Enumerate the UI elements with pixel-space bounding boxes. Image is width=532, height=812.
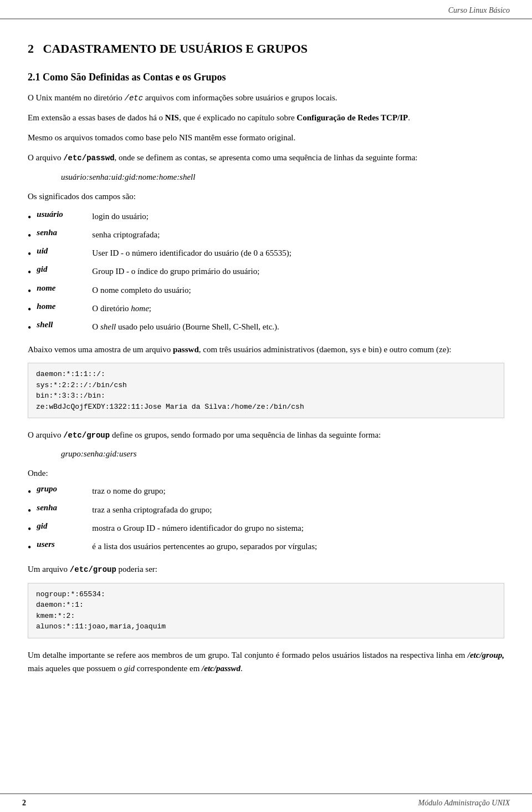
list-item: • users é a lista dos usuários pertencen… xyxy=(28,540,504,555)
list-item: • gid Group ID - o índice do grupo primá… xyxy=(28,265,504,280)
bullet-dot: • xyxy=(28,541,31,555)
para-passwd-intro: O arquivo /etc/passwd, onde se definem a… xyxy=(28,151,504,164)
group-fields-list: • grupo traz o nome do grupo; • senha tr… xyxy=(28,484,504,555)
field-shell: shell O shell usado pelo usuário (Bourne… xyxy=(37,320,504,333)
list-item: • usuário login do usuário; xyxy=(28,210,504,225)
list-item: • shell O shell usado pelo usuário (Bour… xyxy=(28,320,504,335)
etc-group-ref: /etc/group xyxy=(63,431,110,440)
etc-passwd-ref: /etc/passwd xyxy=(63,154,114,163)
field-usuario: usuário login do usuário; xyxy=(37,210,504,223)
formula-group: grupo:senha:gid:users xyxy=(61,449,504,459)
section-2-1-heading: 2.1 Como São Definidas as Contas e os Gr… xyxy=(28,72,504,83)
field-uid: uid User ID - o número identificador do … xyxy=(37,246,504,260)
redes-bold: Configuração de Redes TCP/IP xyxy=(296,113,408,122)
bullet-dot: • xyxy=(28,247,31,261)
list-item: • uid User ID - o número identificador d… xyxy=(28,246,504,261)
etc-ref-1: /etc xyxy=(125,94,144,103)
gfield-users: users é a lista dos usuários pertencente… xyxy=(37,540,504,553)
bullet-dot: • xyxy=(28,229,31,243)
field-home: home O diretório home; xyxy=(37,302,504,315)
etc-group-bold: /etc/group xyxy=(70,565,116,574)
list-item: • senha traz a senha criptografada do gr… xyxy=(28,503,504,518)
list-item: • senha senha criptografada; xyxy=(28,228,504,243)
formula-passwd: usuário:senha:uid:gid:nome:home:shell xyxy=(61,172,504,182)
para-unix-dir: O Unix mantém no diretório /etc arquivos… xyxy=(28,91,504,104)
field-senha: senha senha criptografada; xyxy=(37,228,504,241)
bullet-dot: • xyxy=(28,504,31,518)
gfield-grupo: grupo traz o nome do grupo; xyxy=(37,484,504,498)
field-nome: nome O nome completo do usuário; xyxy=(37,283,504,297)
footer-page-number: 2 xyxy=(22,799,26,808)
bullet-dot: • xyxy=(28,485,31,499)
gfield-gid: gid mostra o Group ID - número identific… xyxy=(37,521,504,535)
page-footer: 2 Módulo Administração UNIX xyxy=(0,793,532,812)
para-nis: Em extensão a essas bases de dados há o … xyxy=(28,111,504,124)
gfield-senha: senha traz a senha criptografada do grup… xyxy=(37,503,504,516)
chapter-number: 2 xyxy=(28,42,34,55)
chapter-title: CADASTRAMENTO DE USUÁRIOS E GRUPOS xyxy=(43,42,308,55)
para-group-intro: O arquivo /etc/group define os grupos, s… xyxy=(28,428,504,441)
page-header: Curso Linux Básico xyxy=(0,0,532,19)
para-passwd-sample: Abaixo vemos uma amostra de um arquivo p… xyxy=(28,343,504,356)
list-item: • home O diretório home; xyxy=(28,302,504,317)
footer-module: Módulo Administração UNIX xyxy=(418,799,510,808)
onde-label: Onde: xyxy=(28,466,504,480)
list-item: • grupo traz o nome do grupo; xyxy=(28,484,504,499)
bullet-dot: • xyxy=(28,321,31,335)
passwd-fields-list: • usuário login do usuário; • senha senh… xyxy=(28,210,504,335)
fields-heading: Os significados dos campos são: xyxy=(28,190,504,203)
bullet-dot: • xyxy=(28,522,31,536)
page: Curso Linux Básico 2 CADASTRAMENTO DE US… xyxy=(0,0,532,812)
chapter-heading: 2 CADASTRAMENTO DE USUÁRIOS E GRUPOS xyxy=(28,42,504,56)
list-item: • nome O nome completo do usuário; xyxy=(28,283,504,298)
header-title: Curso Linux Básico xyxy=(448,6,510,14)
field-gid: gid Group ID - o índice do grupo primári… xyxy=(37,265,504,278)
main-content: 2 CADASTRAMENTO DE USUÁRIOS E GRUPOS 2.1… xyxy=(0,19,532,726)
para-final: Um detalhe importante se refere aos memb… xyxy=(28,648,504,675)
passwd-bold: passwd xyxy=(173,345,199,354)
gid-italic: gid xyxy=(124,664,135,673)
code-block-passwd: daemon:*:1:1::/: sys:*:2:2::/:/bin/csh b… xyxy=(28,363,504,418)
bullet-dot: • xyxy=(28,211,31,225)
bullet-dot: • xyxy=(28,303,31,317)
etc-group-final-ref: /etc/group, xyxy=(468,651,504,659)
para-nis-format: Mesmo os arquivos tomados como base pelo… xyxy=(28,131,504,144)
bullet-dot: • xyxy=(28,285,31,298)
para-group-sample: Um arquivo /etc/group poderia ser: xyxy=(28,562,504,576)
code-block-group: nogroup:*:65534: daemon:*:1: kmem:*:2: a… xyxy=(28,583,504,638)
etc-passwd-final-ref: /etc/passwd xyxy=(202,664,241,673)
list-item: • gid mostra o Group ID - número identif… xyxy=(28,521,504,536)
nis-bold: NIS xyxy=(165,113,179,122)
bullet-dot: • xyxy=(28,266,31,280)
